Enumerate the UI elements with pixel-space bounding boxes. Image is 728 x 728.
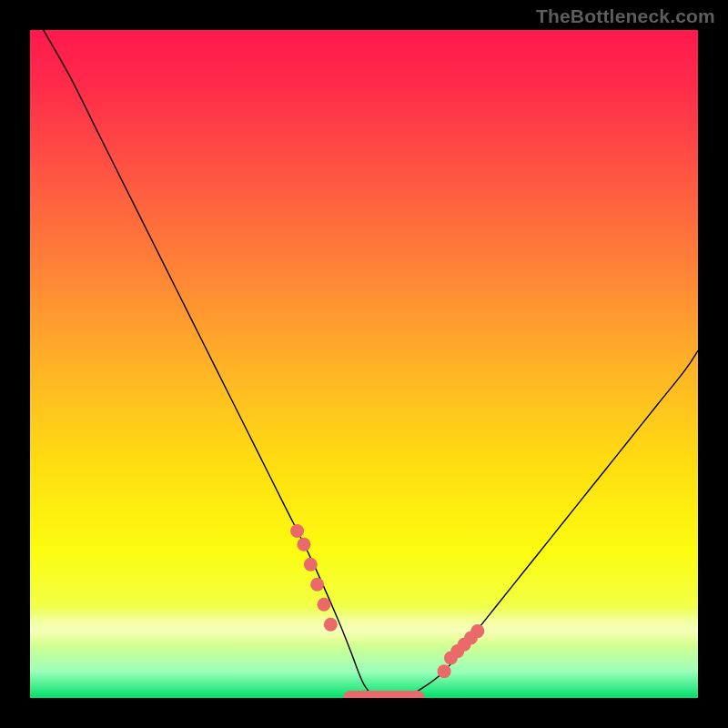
svg-point-9	[458, 638, 471, 652]
svg-point-4	[317, 598, 330, 612]
bottleneck-curve	[44, 30, 698, 698]
highlighted-points	[290, 524, 484, 678]
plot-area	[30, 30, 698, 698]
svg-point-2	[304, 558, 318, 571]
svg-point-7	[444, 651, 458, 664]
flat-segment	[343, 691, 424, 698]
svg-point-0	[290, 524, 304, 538]
chart-svg	[30, 30, 698, 698]
svg-point-10	[464, 631, 478, 644]
watermark-text: TheBottleneck.com	[536, 5, 715, 27]
highlight-band	[30, 607, 698, 645]
chart-stage: TheBottleneck.com	[0, 0, 728, 728]
svg-point-1	[297, 538, 310, 551]
svg-point-6	[438, 664, 451, 678]
svg-point-5	[324, 618, 338, 632]
svg-rect-12	[343, 691, 424, 698]
svg-point-8	[450, 644, 464, 658]
svg-point-3	[310, 578, 324, 592]
svg-point-11	[470, 624, 484, 638]
